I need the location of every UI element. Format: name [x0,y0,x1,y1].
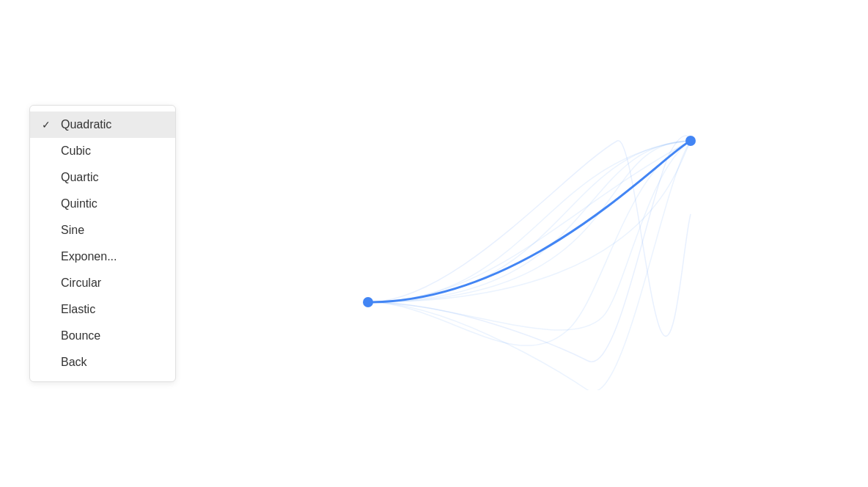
check-icon: ✓ [42,119,56,131]
menu-item-label: Cubic [61,144,91,158]
menu-item-exponential[interactable]: Exponen... [30,244,175,270]
menu-item-label: Back [61,356,87,369]
menu-item-quadratic[interactable]: ✓Quadratic [30,111,175,138]
menu-item-label: Quartic [61,171,99,184]
menu-item-label: Exponen... [61,250,117,263]
easing-chart [309,97,749,390]
menu-item-quartic[interactable]: Quartic [30,164,175,191]
menu-item-label: Quadratic [61,118,111,131]
chart-area [220,60,839,427]
menu-item-label: Sine [61,224,84,237]
menu-item-label: Bounce [61,329,100,343]
menu-item-label: Circular [61,277,101,290]
menu-item-cubic[interactable]: Cubic [30,138,175,164]
menu-item-circular[interactable]: Circular [30,270,175,296]
menu-item-label: Quintic [61,197,98,210]
menu-item-label: Elastic [61,303,95,316]
start-point [363,297,373,307]
menu-item-back[interactable]: Back [30,349,175,376]
easing-dropdown[interactable]: ✓QuadraticCubicQuarticQuinticSineExponen… [29,105,176,382]
menu-item-sine[interactable]: Sine [30,217,175,244]
menu-item-quintic[interactable]: Quintic [30,191,175,217]
main-container: ✓QuadraticCubicQuarticQuinticSineExponen… [29,60,839,427]
menu-item-bounce[interactable]: Bounce [30,323,175,349]
menu-item-elastic[interactable]: Elastic [30,296,175,323]
end-point [685,136,696,146]
